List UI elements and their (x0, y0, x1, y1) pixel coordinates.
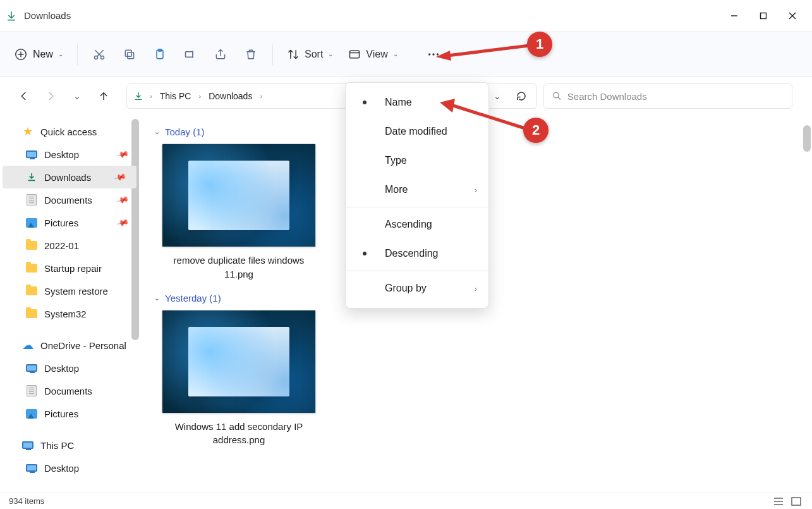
chevron-right-icon: › (475, 185, 477, 195)
paste-button[interactable] (146, 40, 174, 68)
svg-point-18 (554, 92, 559, 97)
chevron-down-icon: ⌄ (154, 294, 160, 302)
sort-icon (287, 48, 300, 61)
share-button[interactable] (207, 40, 234, 68)
sort-option-more[interactable]: More› (346, 175, 488, 204)
rename-button[interactable] (176, 40, 204, 68)
pin-icon: 📌 (113, 171, 126, 184)
back-button[interactable] (11, 83, 37, 109)
chevron-down-icon: ⌄ (393, 51, 398, 58)
pin-icon: 📌 (116, 193, 129, 207)
sidebar-item-desktop[interactable]: Desktop (0, 357, 139, 379)
pin-icon: 📌 (116, 216, 129, 230)
scrollbar[interactable] (803, 125, 811, 152)
desktop-icon (25, 362, 38, 374)
separator (346, 271, 488, 271)
svg-point-16 (432, 53, 434, 55)
documents-icon (25, 385, 38, 396)
annotation-badge-2: 2 (523, 118, 548, 143)
downloads-icon (25, 171, 38, 183)
forward-button[interactable] (38, 83, 63, 109)
annotation-badge-1: 1 (527, 32, 552, 57)
folder-icon (25, 308, 38, 319)
sidebar-item-folder[interactable]: System32 (0, 302, 139, 325)
sort-option-type[interactable]: Type (346, 146, 488, 175)
breadcrumb-this-pc[interactable]: This PC (155, 89, 197, 104)
file-name: Windows 11 add secondary IP address.png (162, 420, 316, 448)
new-label: New (33, 49, 53, 60)
sidebar-item-folder[interactable]: 2022-01 (0, 234, 139, 257)
annotation-arrow-1 (435, 39, 536, 64)
sidebar-item-this-pc[interactable]: This PC (0, 434, 139, 457)
sidebar-item-folder[interactable]: Startup repair (0, 257, 139, 279)
selected-indicator-icon (363, 252, 367, 255)
chevron-right-icon[interactable]: › (148, 92, 154, 100)
minimize-button[interactable] (720, 3, 749, 28)
folder-app-icon (5, 9, 18, 22)
sidebar-item-pictures[interactable]: Pictures📌 (0, 211, 139, 234)
svg-marker-22 (440, 99, 455, 113)
sort-option-groupby[interactable]: Group by› (346, 274, 488, 303)
status-item-count: 934 items (9, 496, 44, 506)
breadcrumb-downloads[interactable]: Downloads (203, 89, 257, 104)
delete-button[interactable] (237, 40, 265, 68)
sidebar-item-folder[interactable]: System restore (0, 279, 139, 302)
view-icon (348, 48, 361, 61)
chevron-down-icon: ⌄ (328, 51, 333, 58)
separator (272, 44, 273, 65)
search-icon (552, 90, 562, 102)
copy-button[interactable] (116, 40, 143, 68)
svg-rect-1 (761, 13, 767, 18)
cut-button[interactable] (85, 40, 113, 68)
details-view-button[interactable] (772, 496, 785, 507)
svg-rect-14 (350, 51, 360, 58)
separator (346, 207, 488, 207)
search-input[interactable] (567, 91, 784, 102)
file-item[interactable]: Windows 11 add secondary IP address.png (162, 310, 316, 448)
desktop-icon (25, 149, 38, 160)
sidebar-item-desktop[interactable]: Desktop📌 (0, 143, 139, 166)
selected-indicator-icon (363, 101, 367, 104)
pictures-icon (25, 408, 38, 419)
navigation-pane: ★Quick access Desktop📌 Downloads📌 Docume… (0, 115, 139, 493)
separator (77, 44, 78, 65)
sort-button[interactable]: Sort ⌄ (281, 44, 339, 64)
svg-point-15 (428, 53, 430, 55)
up-button[interactable] (91, 83, 116, 109)
maximize-button[interactable] (749, 3, 778, 28)
svg-rect-10 (125, 50, 131, 56)
sidebar-item-onedrive[interactable]: ☁OneDrive - Personal (0, 334, 139, 357)
annotation-arrow-2 (439, 96, 533, 140)
sidebar-item-downloads[interactable]: Downloads📌 (3, 166, 136, 188)
chevron-right-icon[interactable]: › (197, 92, 202, 100)
sort-label: Sort (305, 49, 323, 60)
chevron-down-icon: ⌄ (154, 128, 160, 136)
recent-button[interactable]: ⌄ (64, 83, 90, 109)
thumbnail (162, 310, 316, 414)
close-button[interactable] (778, 3, 807, 28)
sort-option-ascending[interactable]: Ascending (346, 210, 488, 239)
star-icon: ★ (21, 126, 34, 137)
sidebar-item-pictures[interactable]: Pictures (0, 402, 139, 425)
titlebar: Downloads (0, 0, 812, 32)
sidebar-item-documents[interactable]: Documents (0, 379, 139, 402)
chevron-down-icon: ⌄ (58, 51, 63, 58)
sort-option-descending[interactable]: Descending (346, 239, 488, 268)
status-bar: 934 items (0, 493, 812, 509)
chevron-right-icon[interactable]: › (258, 92, 264, 100)
pictures-icon (25, 217, 38, 228)
svg-rect-9 (128, 52, 134, 58)
sidebar-item-desktop[interactable]: Desktop (0, 457, 139, 479)
new-button[interactable]: New ⌄ (8, 44, 70, 65)
sidebar-item-quick-access[interactable]: ★Quick access (0, 120, 139, 143)
desktop-icon (25, 462, 38, 474)
file-name: remove duplicate files windows 11.png (162, 254, 316, 281)
svg-line-19 (447, 46, 530, 56)
view-label: View (366, 49, 387, 60)
thumbnails-view-button[interactable] (789, 496, 803, 507)
view-button[interactable]: View ⌄ (342, 44, 404, 64)
sidebar-item-documents[interactable]: Documents📌 (0, 188, 139, 211)
folder-icon (25, 240, 38, 251)
file-item[interactable]: remove duplicate files windows 11.png (162, 144, 316, 281)
search-box[interactable] (543, 83, 792, 109)
